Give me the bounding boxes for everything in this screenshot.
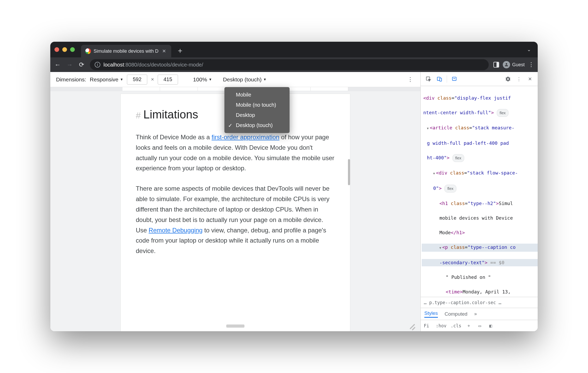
page-heading: Limitations: [143, 108, 198, 121]
device-toolbar: Dimensions: Responsive▼ × 100% ▼ Desktop…: [50, 72, 420, 87]
height-input[interactable]: [158, 75, 178, 85]
rendering-panel-icon[interactable]: ◧: [487, 323, 494, 328]
device-type-select[interactable]: Desktop (touch) ▼: [223, 76, 266, 83]
chrome-menu-button[interactable]: ⋮: [528, 61, 534, 68]
svg-rect-4: [453, 78, 455, 79]
zoom-select[interactable]: 100% ▼: [193, 76, 212, 83]
browser-window: Simulate mobile devices with D ✕ ＋ ⌄ ← →…: [50, 42, 538, 331]
computed-tab[interactable]: Computed: [445, 311, 468, 317]
computed-styles-icon[interactable]: ▭: [476, 323, 483, 328]
paragraph-2: There are some aspects of mobile devices…: [136, 183, 335, 256]
more-tabs-button[interactable]: »: [474, 311, 477, 317]
cls-toggle[interactable]: .cls: [451, 323, 461, 328]
svg-rect-2: [440, 78, 442, 81]
devtools-panel: ⋮ ✕ <div class="display-flex justif nten…: [420, 72, 538, 331]
toolbar-right: Guest ⋮: [493, 61, 534, 68]
side-panel-icon[interactable]: [493, 62, 499, 68]
breadcrumb-overflow-right[interactable]: …: [499, 300, 501, 305]
elements-tab-icon[interactable]: [450, 74, 459, 84]
dimensions-mode-select[interactable]: Responsive▼: [90, 76, 124, 83]
profile-label: Guest: [512, 62, 525, 68]
browser-toolbar: ← → ⟳ i localhost:8080/docs/devtools/dev…: [50, 57, 538, 72]
settings-gear-icon[interactable]: [503, 74, 513, 84]
hov-toggle[interactable]: :hov: [436, 323, 446, 328]
tab-strip: Simulate mobile devices with D ✕ ＋ ⌄: [50, 42, 538, 57]
devtools-close-button[interactable]: ✕: [525, 74, 535, 84]
styles-controls: Fi :hov .cls ＋ ▭ ◧: [421, 320, 538, 331]
device-bar-menu-button[interactable]: ⋮: [407, 76, 413, 83]
device-toggle-icon[interactable]: [435, 74, 444, 84]
dimensions-label: Dimensions:: [56, 76, 86, 83]
tab-close-button[interactable]: ✕: [161, 48, 167, 54]
styles-tabbar: Styles Computed »: [421, 308, 538, 320]
window-maximize-button[interactable]: [70, 47, 75, 52]
link-remote-debugging[interactable]: Remote Debugging: [149, 227, 203, 234]
styles-filter-input[interactable]: Fi: [424, 323, 432, 328]
devtools-menu-button[interactable]: ⋮: [514, 74, 524, 84]
dropdown-item-mobile-no-touch[interactable]: Mobile (no touch): [224, 100, 290, 110]
window-minimize-button[interactable]: [62, 47, 67, 52]
devtools-toolbar: ⋮ ✕: [421, 72, 538, 86]
chrome-favicon-icon: [85, 48, 91, 54]
site-info-icon[interactable]: i: [95, 62, 100, 68]
dimension-separator: ×: [151, 76, 154, 82]
width-input[interactable]: [127, 75, 147, 85]
reload-button[interactable]: ⟳: [78, 61, 85, 68]
link-first-order[interactable]: first-order approximation: [212, 134, 279, 141]
browser-tab[interactable]: Simulate mobile devices with D ✕: [81, 45, 171, 57]
tab-search-button[interactable]: ⌄: [527, 47, 531, 52]
new-style-rule-icon[interactable]: ＋: [466, 323, 472, 329]
dropdown-item-desktop[interactable]: Desktop: [224, 110, 290, 120]
window-controls: [54, 47, 75, 52]
scrollbar-thumb[interactable]: [348, 159, 350, 185]
nav-back-button[interactable]: ←: [54, 61, 61, 68]
dom-tree[interactable]: <div class="display-flex justif ntent-ce…: [421, 86, 538, 297]
resize-handle-corner[interactable]: [408, 322, 416, 330]
device-mode-panel: Dimensions: Responsive▼ × 100% ▼ Desktop…: [50, 72, 420, 331]
breadcrumb-selected[interactable]: p.type--caption.color-sec: [429, 300, 496, 305]
content-area: Dimensions: Responsive▼ × 100% ▼ Desktop…: [50, 72, 538, 331]
window-close-button[interactable]: [54, 47, 59, 52]
heading-anchor-icon[interactable]: #: [136, 110, 141, 121]
nav-forward-button[interactable]: →: [66, 61, 73, 68]
styles-tab[interactable]: Styles: [424, 310, 438, 318]
profile-button[interactable]: Guest: [503, 61, 525, 68]
device-type-dropdown: Mobile Mobile (no touch) Desktop Desktop…: [224, 87, 290, 133]
avatar-icon: [503, 61, 510, 68]
resize-handle-bottom[interactable]: [226, 326, 244, 328]
tab-title: Simulate mobile devices with D: [94, 49, 158, 54]
dropdown-item-mobile[interactable]: Mobile: [224, 90, 290, 100]
paragraph-1: Think of Device Mode as a first-order ap…: [136, 132, 335, 173]
breadcrumb-bar[interactable]: … p.type--caption.color-sec …: [421, 297, 538, 308]
breadcrumb-overflow-left[interactable]: …: [424, 300, 427, 305]
dropdown-item-desktop-touch[interactable]: Desktop (touch): [224, 120, 290, 130]
inspect-element-icon[interactable]: [424, 74, 433, 84]
url-text: localhost:8080/docs/devtools/device-mode…: [103, 62, 203, 68]
new-tab-button[interactable]: ＋: [176, 46, 184, 56]
address-bar[interactable]: i localhost:8080/docs/devtools/device-mo…: [90, 59, 489, 70]
